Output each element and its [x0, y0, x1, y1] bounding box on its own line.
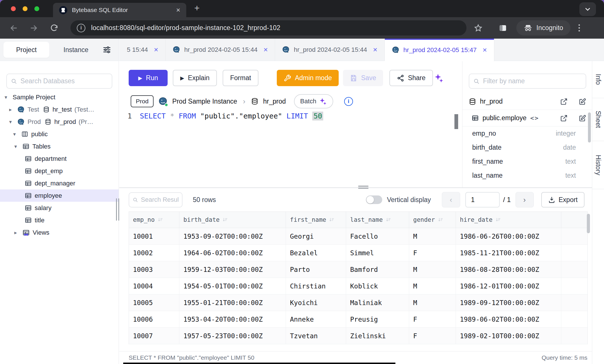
share-button[interactable]: Share [389, 70, 433, 86]
table-cell[interactable]: Koblick [346, 278, 409, 294]
tree-item[interactable]: ▾ [0, 128, 119, 140]
table-row[interactable]: 100051955-01-21T00:00:00ZKyoichiMaliniak… [129, 294, 587, 311]
table-row[interactable]: 100041954-05-01T00:00:00ZChirstianKoblic… [129, 278, 587, 294]
admin-mode-button[interactable]: Admin mode [277, 70, 339, 86]
table-cell[interactable]: Bezalel [286, 245, 346, 261]
table-cell[interactable]: 1959-12-03T00:00:00Z [179, 261, 286, 278]
editor-tab[interactable]: hr_prod 2024-02-05 15:47 ✕ [385, 39, 494, 61]
table-cell[interactable]: Anneke [286, 311, 346, 327]
schema-column-row[interactable]: emp_no integer [462, 126, 593, 141]
column-header[interactable]: last_name [346, 212, 409, 228]
caret-icon[interactable]: ▾ [4, 94, 13, 100]
caret-icon[interactable]: ▸ [9, 106, 17, 113]
export-button[interactable]: Export [541, 192, 585, 207]
tree-item[interactable]: title [0, 214, 119, 226]
table-cell[interactable]: Zielinski [346, 328, 409, 344]
tree-item[interactable]: ▾ [0, 140, 119, 153]
caret-icon[interactable]: ▾ [13, 131, 21, 137]
column-header[interactable]: birth_date [179, 212, 286, 228]
column-header[interactable]: emp_no [129, 212, 179, 228]
minimize-window-button[interactable] [23, 6, 28, 11]
rail-tab[interactable]: Sheet [592, 98, 604, 141]
sort-icon[interactable] [158, 217, 164, 223]
table-cell[interactable]: 1955-01-21T00:00:00Z [179, 294, 286, 311]
table-cell[interactable]: 10001 [129, 228, 179, 244]
explain-button[interactable]: ▶ Explain [173, 70, 217, 86]
table-cell[interactable]: M [409, 294, 456, 311]
tree-item[interactable]: employee [0, 189, 119, 202]
open-external-icon[interactable] [560, 98, 568, 105]
table-cell[interactable]: M [409, 228, 456, 244]
next-page-button[interactable]: › [515, 192, 534, 207]
table-cell[interactable]: F [409, 245, 456, 261]
close-icon[interactable]: ✕ [373, 46, 378, 53]
tree-item[interactable]: ▾ [0, 91, 119, 103]
table-cell[interactable]: 1985-11-21T00:00:00Z [456, 245, 561, 261]
table-cell[interactable]: Preusig [346, 311, 409, 327]
table-cell[interactable]: 10007 [129, 328, 179, 344]
table-cell[interactable]: 10002 [129, 245, 179, 261]
close-tab-icon[interactable]: ✕ [176, 7, 181, 13]
table-cell[interactable]: Bamford [346, 261, 409, 278]
save-button[interactable]: Save [343, 70, 383, 86]
edit-icon[interactable] [579, 114, 586, 122]
side-panel-icon[interactable] [499, 24, 507, 32]
site-info-icon[interactable]: i [77, 24, 85, 32]
editor-tab[interactable]: 5 15:44 ✕ [119, 39, 166, 61]
sort-icon[interactable] [495, 217, 501, 223]
table-cell[interactable]: M [409, 261, 456, 278]
table-cell[interactable]: 1986-06-26T00:00:00Z [456, 228, 561, 244]
column-header[interactable]: hire_date [456, 212, 561, 228]
table-cell[interactable]: F [409, 328, 456, 344]
schema-scrollbar[interactable] [588, 112, 591, 143]
editor-tab[interactable]: hr_prod 2024-02-05 15:44 ✕ [166, 39, 275, 61]
rail-tab[interactable]: Info [592, 61, 604, 98]
table-cell[interactable]: Maliniak [346, 294, 409, 311]
sort-icon[interactable] [222, 217, 228, 223]
page-number-input[interactable] [465, 192, 500, 207]
previous-page-button[interactable]: ‹ [442, 192, 460, 207]
info-icon[interactable]: i [344, 97, 353, 106]
schema-filter-input[interactable] [483, 77, 582, 85]
caret-icon[interactable]: ▸ [14, 230, 22, 236]
table-cell[interactable]: Tzvetan [286, 328, 346, 344]
schema-database-row[interactable]: hr_prod [462, 93, 593, 110]
tab-project[interactable]: Project [3, 42, 49, 58]
table-cell[interactable]: 1986-12-01T00:00:00Z [456, 278, 561, 294]
schema-table-row[interactable]: public.employe <> [462, 110, 593, 126]
tree-item[interactable]: dept_emp [0, 165, 119, 177]
forward-button[interactable] [29, 23, 38, 33]
database-search[interactable] [6, 74, 112, 89]
table-cell[interactable]: Parto [286, 261, 346, 278]
schema-column-row[interactable]: first_name text [462, 155, 593, 169]
table-cell[interactable]: Facello [346, 228, 409, 244]
instance-name[interactable]: Prod Sample Instance [172, 98, 237, 105]
results-search[interactable] [129, 192, 183, 207]
sort-icon[interactable] [329, 217, 335, 223]
tree-item[interactable]: ▸ [0, 103, 119, 116]
code-editor[interactable]: 1 SELECT * FROM "public"."employee" LIMI… [119, 112, 462, 120]
table-cell[interactable]: Kyoichi [286, 294, 346, 311]
table-cell[interactable]: 1989-06-02T00:00:00Z [456, 311, 561, 327]
tree-item[interactable]: ▸ [0, 226, 119, 239]
database-search-input[interactable] [21, 77, 108, 85]
tab-instance[interactable]: Instance [54, 42, 97, 58]
table-cell[interactable]: Georgi [286, 228, 346, 244]
table-cell[interactable]: M [409, 278, 456, 294]
table-row[interactable]: 100021964-06-02T00:00:00ZBezalelSimmelF1… [129, 245, 587, 261]
caret-icon[interactable]: ▾ [14, 143, 22, 150]
bookmark-star-icon[interactable] [474, 24, 483, 32]
close-icon[interactable]: ✕ [154, 46, 158, 53]
table-cell[interactable]: 10005 [129, 294, 179, 311]
table-cell[interactable]: Chirstian [286, 278, 346, 294]
tree-item[interactable]: dept_manager [0, 177, 119, 189]
table-row[interactable]: 100071957-05-23T00:00:00ZTzvetanZielinsk… [129, 328, 587, 344]
tree-item[interactable]: department [0, 153, 119, 165]
open-external-icon[interactable] [560, 114, 568, 122]
panel-split-handle[interactable] [358, 186, 368, 189]
schema-column-row[interactable]: last_name text [462, 169, 593, 183]
editor-scrollbar[interactable] [454, 114, 458, 129]
table-row[interactable]: 100031959-12-03T00:00:00ZPartoBamfordM19… [129, 261, 587, 278]
results-scrollbar[interactable] [587, 214, 590, 233]
back-button[interactable] [9, 23, 18, 33]
